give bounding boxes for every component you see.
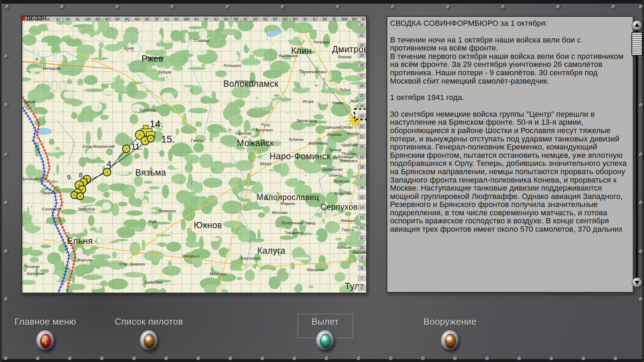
svg-text:13: 13	[360, 216, 364, 219]
screw-icon	[3, 297, 8, 301]
svg-text:7: 7	[361, 276, 363, 280]
scroll-up-button[interactable]	[632, 20, 642, 31]
map-column-header: BM	[340, 17, 349, 21]
map-column-header: BB	[232, 17, 240, 21]
svg-text:28: 28	[360, 64, 364, 68]
svg-text:AL: AL	[76, 17, 80, 21]
svg-text:BF: BF	[273, 17, 278, 21]
arming-button[interactable]: Вооружение	[406, 316, 494, 355]
svg-text:BD: BD	[253, 17, 258, 21]
map-row-header: 12	[358, 225, 366, 230]
scroll-down-button[interactable]	[632, 277, 642, 288]
map-label: Ельня	[67, 236, 93, 246]
map-label: Холм-Жирковский	[82, 144, 115, 148]
arming-gem	[445, 334, 456, 348]
svg-text:25: 25	[360, 94, 364, 98]
scrollbar-track[interactable]	[636, 26, 638, 286]
map-row-header: 8	[358, 265, 366, 270]
svg-text:BO: BO	[362, 17, 366, 21]
triangle-up-icon	[635, 23, 639, 27]
map-column-header: AO	[103, 17, 112, 21]
svg-text:BI: BI	[304, 17, 307, 21]
screw-icon	[3, 356, 8, 361]
waypoint-number: 8.	[79, 171, 84, 179]
pilot-list-button[interactable]: Список пилотов	[105, 316, 193, 355]
fly-button[interactable]: Вылет	[282, 316, 369, 355]
pilot-list-jewel-icon[interactable]	[140, 330, 158, 351]
briefing-paragraph: 1 октября 1941 года.	[390, 93, 629, 102]
map-label: Щербинк	[342, 143, 358, 147]
briefing-paragraph: В течение первого октября наши войска ве…	[390, 52, 629, 85]
svg-text:AZ: AZ	[214, 17, 218, 21]
svg-text:AM: AM	[85, 17, 90, 21]
waypoint-number: 9.	[67, 174, 73, 181]
mission-map-panel[interactable]: 2000РжевКлинДмитровВолоколамскМожайскНар…	[22, 16, 367, 293]
map-column-header: AW	[182, 17, 191, 21]
map-row-header: 19	[358, 154, 366, 159]
screw-icon	[501, 5, 505, 9]
screw-icon	[5, 5, 9, 9]
map-row-header: 17	[358, 175, 366, 179]
map-label: Троицк	[329, 148, 342, 152]
screw-icon	[3, 54, 8, 59]
screw-icon	[638, 297, 643, 301]
map-label: Медынь	[280, 201, 295, 206]
briefing-paragraph: В течение ночи на 1 октября наши войска …	[390, 36, 629, 52]
briefing-text-panel[interactable]: СВОДКА СОВИНФОРМБЮРО за 1 октября:В тече…	[387, 16, 634, 293]
map-label: Химки	[332, 101, 343, 105]
map-label: Одинцово	[323, 125, 341, 129]
screw-icon	[68, 356, 72, 361]
svg-text:22: 22	[360, 125, 364, 129]
map-column-header: AV	[173, 17, 181, 21]
map-label: Звенигород	[296, 118, 317, 123]
screw-icon	[260, 356, 265, 361]
map-label: Апрелевка	[308, 141, 328, 145]
map-label: Яхрома	[338, 55, 352, 59]
screw-icon	[390, 5, 395, 9]
svg-text:24: 24	[360, 104, 364, 108]
screw-icon	[225, 5, 230, 9]
map-label: Наро-Фоминск	[269, 151, 331, 161]
screw-icon	[324, 356, 329, 361]
svg-text:AT: AT	[155, 17, 159, 21]
map-column-header: BD	[252, 17, 260, 21]
fly-jewel-icon[interactable]	[316, 330, 334, 351]
map-column-header: AN	[93, 17, 102, 21]
map-column-header: BA	[222, 17, 230, 21]
map-label: Балабаново	[323, 168, 343, 171]
map-label: Ватулино	[256, 128, 273, 132]
mouse-cursor-icon	[42, 335, 51, 346]
map-row-header: 23	[358, 114, 366, 118]
map-row-header: 14	[358, 205, 366, 210]
screw-icon	[60, 5, 64, 9]
waypoint-icon	[77, 193, 84, 200]
briefing-scrollbar[interactable]	[631, 17, 643, 293]
arming-jewel-icon[interactable]	[441, 330, 459, 351]
map-label: Можайск	[237, 138, 274, 148]
map-label: Волосово	[335, 191, 352, 195]
arming-label: Вооружение	[406, 316, 494, 327]
map-row-header: 13	[358, 215, 366, 220]
map-corner-label: ОБОЗН	[26, 16, 46, 22]
screw-icon	[638, 5, 643, 9]
map-column-header: AM	[84, 17, 92, 21]
svg-text:18: 18	[360, 165, 364, 169]
briefing-text: СВОДКА СОВИНФОРМБЮРО за 1 октября:В тече…	[387, 17, 633, 233]
map-row-header: 25	[358, 93, 366, 98]
map-label: Макарово	[307, 268, 325, 272]
map-label: Алексин	[337, 245, 352, 249]
map-column-header: AY	[202, 17, 210, 21]
scrollbar-handle[interactable]	[631, 32, 643, 56]
map-label: Чертан	[347, 131, 359, 136]
map-column-header: AP	[113, 17, 122, 21]
svg-text:BE: BE	[263, 17, 268, 21]
map-label: Высоковск	[279, 54, 298, 58]
screw-icon	[36, 356, 40, 361]
map-label: Зубцов	[158, 70, 171, 74]
fly-label: Вылет	[282, 316, 369, 327]
screw-icon	[292, 356, 297, 361]
screw-icon	[611, 5, 615, 9]
map-row-header: 6	[358, 286, 366, 291]
svg-text:20: 20	[360, 145, 364, 149]
map-label: Обнинск	[329, 174, 343, 177]
